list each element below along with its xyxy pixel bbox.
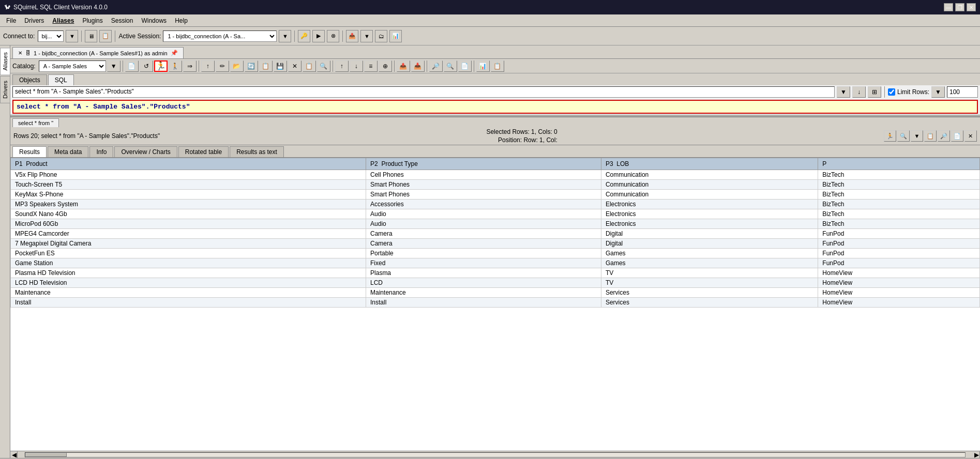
results-zoom-btn[interactable]: 🔎 [938,130,950,142]
sql-btn-25[interactable]: 📋 [491,60,504,72]
sql-run-btn[interactable]: ↓ [852,86,866,98]
table-row[interactable]: MP3 Speakers SystemAccessoriesElectronic… [11,200,980,209]
metadata-tab[interactable]: Meta data [48,146,88,157]
sql-btn-18[interactable]: ⊕ [379,60,392,72]
session-dropdown[interactable]: ▼ [279,30,291,42]
connect-arrow-down[interactable]: ▼ [66,30,78,42]
rotated-table-tab[interactable]: Rotated table [178,146,229,157]
session-btn-1[interactable]: 🔑 [298,30,310,42]
sql-btn-11[interactable]: 💾 [274,60,287,72]
table-row[interactable]: LCD HD TelevisionLCDTVHomeView [11,278,980,288]
results-tab[interactable]: Results [12,146,47,157]
run-sql-button[interactable]: 🏃 [154,60,168,72]
menu-help[interactable]: Help [171,16,192,25]
table-row[interactable]: Touch-Screen T5Smart PhonesCommunication… [11,180,980,190]
minimize-button[interactable]: — [944,3,953,11]
session-btn-dropdown[interactable]: ▼ [360,30,373,42]
results-close-btn[interactable]: ✕ [964,130,977,142]
sql-btn-16[interactable]: ↓ [350,60,363,72]
query-tab-1[interactable]: select * from " [12,118,59,127]
sql-btn-20[interactable]: 📥 [411,60,425,72]
table-row[interactable]: InstallInstallServicesHomeView [11,298,980,308]
results-find-btn[interactable]: 🔍 [897,130,910,142]
session-select[interactable]: 1 - bijdbc_connection (A - Sa... [163,30,277,42]
session-btn-6[interactable]: 📊 [389,30,402,42]
horizontal-scrollbar[interactable]: ◀ ▶ [10,451,980,458]
col-product[interactable]: P1 Product [11,158,366,170]
table-row[interactable]: Game StationFixedGamesFunPod [11,258,980,268]
drivers-tab[interactable]: Drivers [0,76,10,103]
sql-btn-1[interactable]: 📄 [125,60,139,72]
limit-input[interactable] [947,86,978,98]
toolbar-btn-1[interactable]: 🖥 [85,30,97,42]
results-run-btn[interactable]: 🏃 [884,130,896,142]
sql-btn-19[interactable]: 📤 [397,60,410,72]
scroll-thumb[interactable] [25,453,67,457]
col-p[interactable]: P [818,158,980,170]
session-btn-2[interactable]: ▶ [312,30,325,42]
session-btn-4[interactable]: 📤 [346,30,358,42]
menu-windows[interactable]: Windows [137,16,171,25]
sql-btn-13[interactable]: 📋 [303,60,316,72]
table-row[interactable]: MicroPod 60GbAudioElectronicsBizTech [11,219,980,229]
table-row[interactable]: 7 Megapixel Digital CameraCameraDigitalF… [11,239,980,249]
limit-dropdown[interactable]: ▼ [931,86,945,98]
connection-tab[interactable]: ✕ 🗄 1 - bijdbc_connection (A - Sample Sa… [12,47,184,58]
sql-btn-7[interactable]: ✏ [216,60,229,72]
toolbar-btn-2[interactable]: 📋 [99,30,112,42]
sql-btn-2[interactable]: ↺ [140,60,153,72]
scroll-right-btn[interactable]: ▶ [973,451,980,458]
sql-btn-9[interactable]: 🔄 [245,60,258,72]
menu-session[interactable]: Session [107,16,138,25]
results-find-dropdown[interactable]: ▼ [911,130,923,142]
table-row[interactable]: PocketFun ESPortableGamesFunPod [11,249,980,258]
splitter-handle[interactable] [10,115,980,117]
data-table-container[interactable]: P1 Product P2 Product Type P3 LOB P V5x … [10,158,980,451]
sql-btn-8[interactable]: 📂 [230,60,244,72]
sql-history-field[interactable]: select * from "A - Sample Sales"."Produc… [12,86,835,98]
menu-file[interactable]: File [2,16,20,25]
scroll-track[interactable] [25,452,966,457]
results-as-text-tab[interactable]: Results as text [230,146,284,157]
sql-btn-23[interactable]: 📄 [458,60,472,72]
table-row[interactable]: V5x Flip PhoneCell PhonesCommunicationBi… [11,170,980,180]
info-tab[interactable]: Info [89,146,113,157]
menu-aliases[interactable]: Aliases [48,16,78,25]
connect-select[interactable]: bij... [38,30,64,42]
catalog-dropdown[interactable]: ▼ [107,60,120,72]
table-row[interactable]: Plasma HD TelevisionPlasmaTVHomeView [11,268,980,278]
menu-drivers[interactable]: Drivers [20,16,48,25]
close-button[interactable]: ✕ [967,3,976,11]
tab-close-icon[interactable]: ✕ [18,50,22,56]
sql-btn-21[interactable]: 🔎 [429,60,443,72]
sql-btn-5[interactable]: ⇒ [183,60,197,72]
sql-btn-17[interactable]: ≡ [364,60,378,72]
table-row[interactable]: MaintenanceMaintenanceServicesHomeView [11,288,980,298]
sql-history-dropdown[interactable]: ▼ [837,86,850,98]
table-row[interactable]: MPEG4 CamcorderCameraDigitalFunPod [11,229,980,239]
session-btn-5[interactable]: 🗂 [375,30,387,42]
results-filter-btn[interactable]: 📋 [924,130,937,142]
sql-btn-24[interactable]: 📊 [476,60,490,72]
table-row[interactable]: SoundX Nano 4GbAudioElectronicsBizTech [11,209,980,219]
sql-btn-12[interactable]: ✕ [288,60,301,72]
session-btn-3[interactable]: ⊗ [327,30,339,42]
objects-tab[interactable]: Objects [12,74,47,85]
scroll-left-btn[interactable]: ◀ [10,451,18,458]
sql-btn-6[interactable]: ↑ [201,60,215,72]
catalog-select[interactable]: A - Sample Sales [39,60,106,72]
limit-rows-checkbox[interactable] [888,88,895,96]
sql-tab[interactable]: SQL [48,74,74,85]
maximize-button[interactable]: ❐ [955,3,964,11]
sql-btn-22[interactable]: 🔍 [444,60,457,72]
sql-query-box[interactable]: select * from "A - Sample Sales"."Produc… [12,100,978,114]
sql-btn-4[interactable]: 🚶 [169,60,182,72]
overview-charts-tab[interactable]: Overview / Charts [114,146,177,157]
results-copy-btn[interactable]: 📄 [951,130,963,142]
menu-plugins[interactable]: Plugins [78,16,107,25]
sql-btn-10[interactable]: 📋 [259,60,273,72]
sql-btn-15[interactable]: ↑ [335,60,349,72]
table-row[interactable]: KeyMax S-PhoneSmart PhonesCommunicationB… [11,190,980,200]
sql-btn-14[interactable]: 🔍 [317,60,330,72]
col-product-type[interactable]: P2 Product Type [366,158,601,170]
